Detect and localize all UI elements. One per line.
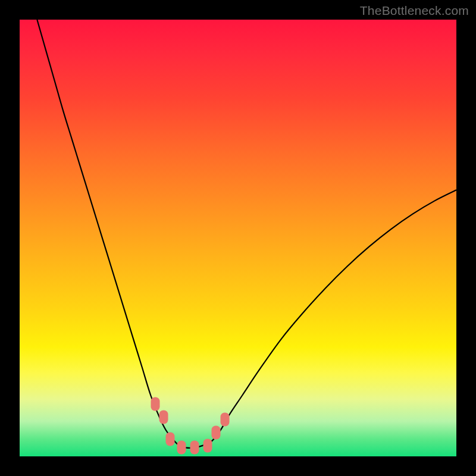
data-marker xyxy=(177,441,186,455)
data-marker xyxy=(159,410,168,424)
data-marker xyxy=(220,412,229,426)
bottleneck-curve xyxy=(37,20,456,448)
data-marker xyxy=(203,439,212,452)
data-marker xyxy=(212,425,221,439)
watermark-text: TheBottleneck.com xyxy=(360,4,469,18)
data-marker xyxy=(151,397,159,411)
curve-svg xyxy=(20,20,456,456)
data-marker xyxy=(166,432,175,446)
data-marker xyxy=(190,441,199,455)
plot-area xyxy=(20,20,456,456)
